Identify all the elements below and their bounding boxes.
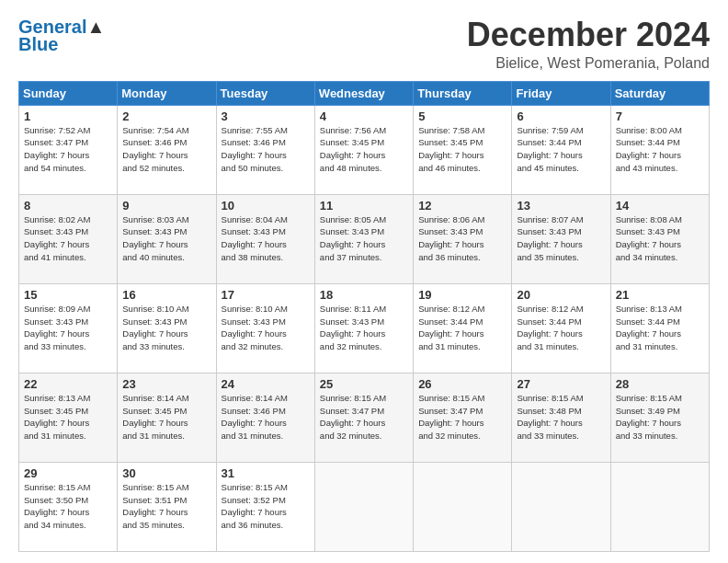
calendar-cell: [314, 462, 413, 551]
calendar-cell: 13Sunrise: 8:07 AM Sunset: 3:43 PM Dayli…: [512, 194, 610, 283]
calendar-week-1: 1Sunrise: 7:52 AM Sunset: 3:47 PM Daylig…: [19, 105, 710, 194]
day-info: Sunrise: 7:58 AM Sunset: 3:45 PM Dayligh…: [418, 124, 507, 175]
weekday-header-saturday: Saturday: [610, 81, 709, 105]
day-info: Sunrise: 8:14 AM Sunset: 3:46 PM Dayligh…: [222, 392, 311, 442]
day-info: Sunrise: 8:00 AM Sunset: 3:44 PM Dayligh…: [616, 124, 705, 175]
day-number: 6: [517, 109, 606, 123]
calendar-week-5: 29Sunrise: 8:15 AM Sunset: 3:50 PM Dayli…: [19, 462, 710, 551]
subtitle: Bielice, West Pomerania, Poland: [467, 55, 710, 72]
day-info: Sunrise: 8:12 AM Sunset: 3:44 PM Dayligh…: [418, 303, 507, 353]
day-number: 7: [616, 109, 705, 123]
day-number: 14: [616, 199, 705, 213]
day-info: Sunrise: 8:11 AM Sunset: 3:43 PM Dayligh…: [320, 303, 409, 353]
weekday-header-row: SundayMondayTuesdayWednesdayThursdayFrid…: [19, 81, 710, 105]
calendar-cell: 14Sunrise: 8:08 AM Sunset: 3:43 PM Dayli…: [610, 194, 709, 283]
calendar-cell: 19Sunrise: 8:12 AM Sunset: 3:44 PM Dayli…: [414, 283, 512, 373]
day-info: Sunrise: 8:15 AM Sunset: 3:49 PM Dayligh…: [616, 392, 705, 442]
day-info: Sunrise: 8:03 AM Sunset: 3:43 PM Dayligh…: [122, 213, 211, 264]
day-number: 3: [222, 109, 311, 123]
day-info: Sunrise: 8:13 AM Sunset: 3:45 PM Dayligh…: [24, 392, 113, 442]
day-number: 28: [616, 377, 705, 391]
day-number: 22: [24, 377, 113, 391]
header: General▲ Blue December 2024 Bielice, Wes…: [18, 17, 710, 72]
calendar-cell: 28Sunrise: 8:15 AM Sunset: 3:49 PM Dayli…: [610, 373, 709, 462]
day-number: 26: [418, 377, 507, 391]
day-info: Sunrise: 8:02 AM Sunset: 3:43 PM Dayligh…: [24, 213, 113, 264]
calendar-cell: 24Sunrise: 8:14 AM Sunset: 3:46 PM Dayli…: [216, 373, 314, 462]
calendar-cell: 10Sunrise: 8:04 AM Sunset: 3:43 PM Dayli…: [216, 194, 314, 283]
day-number: 17: [222, 288, 311, 302]
page: General▲ Blue December 2024 Bielice, Wes…: [0, 0, 728, 563]
main-title: December 2024: [467, 17, 710, 53]
title-block: December 2024 Bielice, West Pomerania, P…: [467, 17, 710, 72]
day-info: Sunrise: 8:15 AM Sunset: 3:52 PM Dayligh…: [222, 481, 311, 532]
calendar-cell: 16Sunrise: 8:10 AM Sunset: 3:43 PM Dayli…: [118, 283, 216, 373]
calendar-cell: 29Sunrise: 8:15 AM Sunset: 3:50 PM Dayli…: [19, 462, 118, 551]
day-number: 18: [320, 288, 409, 302]
day-info: Sunrise: 8:10 AM Sunset: 3:43 PM Dayligh…: [122, 303, 211, 353]
day-number: 1: [24, 109, 113, 123]
logo: General▲ Blue: [18, 17, 105, 55]
calendar-cell: 25Sunrise: 8:15 AM Sunset: 3:47 PM Dayli…: [314, 373, 413, 462]
calendar-week-2: 8Sunrise: 8:02 AM Sunset: 3:43 PM Daylig…: [19, 194, 710, 283]
day-number: 8: [24, 199, 113, 213]
day-info: Sunrise: 8:15 AM Sunset: 3:47 PM Dayligh…: [320, 392, 409, 442]
day-number: 29: [24, 466, 113, 480]
weekday-header-sunday: Sunday: [19, 81, 118, 105]
day-number: 4: [320, 109, 409, 123]
calendar-cell: 23Sunrise: 8:14 AM Sunset: 3:45 PM Dayli…: [118, 373, 216, 462]
calendar-cell: 26Sunrise: 8:15 AM Sunset: 3:47 PM Dayli…: [414, 373, 512, 462]
day-info: Sunrise: 8:08 AM Sunset: 3:43 PM Dayligh…: [616, 213, 705, 264]
day-number: 19: [418, 288, 507, 302]
calendar-cell: 15Sunrise: 8:09 AM Sunset: 3:43 PM Dayli…: [19, 283, 118, 373]
weekday-header-wednesday: Wednesday: [314, 81, 413, 105]
day-info: Sunrise: 8:04 AM Sunset: 3:43 PM Dayligh…: [222, 213, 311, 264]
day-number: 31: [222, 466, 311, 480]
day-info: Sunrise: 8:14 AM Sunset: 3:45 PM Dayligh…: [122, 392, 211, 442]
calendar-cell: 17Sunrise: 8:10 AM Sunset: 3:43 PM Dayli…: [216, 283, 314, 373]
calendar-cell: 4Sunrise: 7:56 AM Sunset: 3:45 PM Daylig…: [314, 105, 413, 194]
day-number: 25: [320, 377, 409, 391]
day-info: Sunrise: 8:07 AM Sunset: 3:43 PM Dayligh…: [517, 213, 606, 264]
day-number: 15: [24, 288, 113, 302]
calendar-cell: 3Sunrise: 7:55 AM Sunset: 3:46 PM Daylig…: [216, 105, 314, 194]
calendar-cell: 30Sunrise: 8:15 AM Sunset: 3:51 PM Dayli…: [118, 462, 216, 551]
calendar-cell: [512, 462, 610, 551]
day-info: Sunrise: 7:55 AM Sunset: 3:46 PM Dayligh…: [222, 124, 311, 175]
logo-subtext: Blue: [18, 34, 58, 55]
day-info: Sunrise: 8:13 AM Sunset: 3:44 PM Dayligh…: [616, 303, 705, 353]
day-info: Sunrise: 8:05 AM Sunset: 3:43 PM Dayligh…: [320, 213, 409, 264]
day-info: Sunrise: 8:12 AM Sunset: 3:44 PM Dayligh…: [517, 303, 606, 353]
calendar-cell: 18Sunrise: 8:11 AM Sunset: 3:43 PM Dayli…: [314, 283, 413, 373]
day-info: Sunrise: 8:09 AM Sunset: 3:43 PM Dayligh…: [24, 303, 113, 353]
day-number: 27: [517, 377, 606, 391]
day-number: 9: [122, 199, 211, 213]
day-number: 10: [222, 199, 311, 213]
day-number: 5: [418, 109, 507, 123]
calendar-cell: 9Sunrise: 8:03 AM Sunset: 3:43 PM Daylig…: [118, 194, 216, 283]
day-number: 2: [122, 109, 211, 123]
day-info: Sunrise: 7:54 AM Sunset: 3:46 PM Dayligh…: [122, 124, 211, 175]
day-info: Sunrise: 7:52 AM Sunset: 3:47 PM Dayligh…: [24, 124, 113, 175]
day-number: 20: [517, 288, 606, 302]
calendar-cell: 1Sunrise: 7:52 AM Sunset: 3:47 PM Daylig…: [19, 105, 118, 194]
calendar-cell: 31Sunrise: 8:15 AM Sunset: 3:52 PM Dayli…: [216, 462, 314, 551]
day-number: 30: [122, 466, 211, 480]
day-info: Sunrise: 8:10 AM Sunset: 3:43 PM Dayligh…: [222, 303, 311, 353]
day-number: 11: [320, 199, 409, 213]
day-info: Sunrise: 8:15 AM Sunset: 3:51 PM Dayligh…: [122, 481, 211, 532]
calendar-cell: 6Sunrise: 7:59 AM Sunset: 3:44 PM Daylig…: [512, 105, 610, 194]
calendar-week-3: 15Sunrise: 8:09 AM Sunset: 3:43 PM Dayli…: [19, 283, 710, 373]
calendar-cell: 11Sunrise: 8:05 AM Sunset: 3:43 PM Dayli…: [314, 194, 413, 283]
day-info: Sunrise: 8:06 AM Sunset: 3:43 PM Dayligh…: [418, 213, 507, 264]
day-info: Sunrise: 8:15 AM Sunset: 3:48 PM Dayligh…: [517, 392, 606, 442]
calendar-week-4: 22Sunrise: 8:13 AM Sunset: 3:45 PM Dayli…: [19, 373, 710, 462]
day-info: Sunrise: 8:15 AM Sunset: 3:47 PM Dayligh…: [418, 392, 507, 442]
weekday-header-friday: Friday: [512, 81, 610, 105]
calendar-cell: 21Sunrise: 8:13 AM Sunset: 3:44 PM Dayli…: [610, 283, 709, 373]
day-number: 16: [122, 288, 211, 302]
calendar-cell: 8Sunrise: 8:02 AM Sunset: 3:43 PM Daylig…: [19, 194, 118, 283]
day-info: Sunrise: 8:15 AM Sunset: 3:50 PM Dayligh…: [24, 481, 113, 532]
day-number: 12: [418, 199, 507, 213]
calendar-cell: 20Sunrise: 8:12 AM Sunset: 3:44 PM Dayli…: [512, 283, 610, 373]
